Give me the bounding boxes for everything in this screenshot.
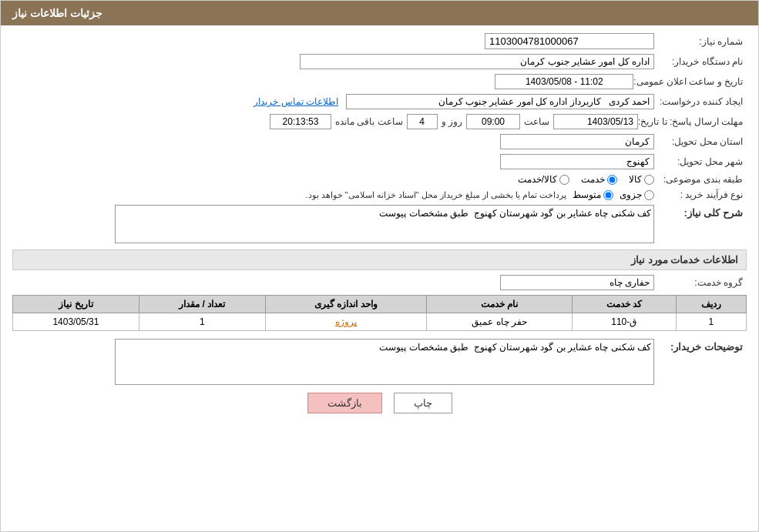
category-kala-item: کالا [629, 174, 654, 185]
service-group-input[interactable] [500, 275, 654, 290]
print-button[interactable]: چاپ [394, 393, 452, 413]
cell-row-num: 1 [676, 313, 746, 331]
back-button[interactable]: بازگشت [307, 393, 382, 413]
cell-unit: پروژه [265, 313, 427, 331]
cell-quantity: 1 [139, 313, 265, 331]
table-row: 1 ق-110 حفر چاه عمیق پروژه 1 1403/05/31 [13, 313, 747, 331]
col-quantity: تعداد / مقدار [139, 296, 265, 313]
need-desc-textarea[interactable] [115, 205, 654, 243]
creator-label: ایجاد کننده درخواست: [654, 96, 747, 107]
deadline-days-label: روز و [442, 116, 462, 127]
creator-row: ایجاد کننده درخواست: اطلاعات تماس خریدار [12, 94, 747, 109]
category-kala-khedmat-radio[interactable] [559, 175, 569, 185]
category-kala-label: کالا [629, 174, 642, 185]
deadline-date-input[interactable] [553, 114, 638, 129]
category-row: طبقه بندی موضوعی: کالا خدمت کالا/خدمت [12, 174, 747, 185]
deadline-remaining-label: ساعت باقی مانده [335, 116, 403, 127]
deadline-time-label: ساعت [524, 116, 549, 127]
process-radio-group: جزوی متوسط پرداخت تمام یا بخشی از مبلغ خ… [305, 189, 654, 200]
need-number-row: شماره نیاز: [12, 33, 747, 49]
cell-date: 1403/05/31 [13, 313, 139, 331]
contact-link[interactable]: اطلاعات تماس خریدار [254, 96, 338, 107]
main-content: شماره نیاز: نام دستگاه خریدار: تاریخ و س… [1, 25, 758, 429]
province-input[interactable] [500, 134, 654, 149]
deadline-days-input[interactable] [407, 114, 438, 129]
need-desc-label: شرح کلی نیاز: [654, 205, 747, 219]
unit-link[interactable]: پروژه [335, 316, 357, 327]
cell-service-code: ق-110 [572, 313, 676, 331]
category-kala-khedmat-item: کالا/خدمت [518, 174, 569, 185]
need-number-input[interactable] [485, 33, 654, 49]
announce-date-input[interactable] [495, 74, 633, 89]
category-label: طبقه بندی موضوعی: [654, 174, 747, 185]
category-khedmat-item: خدمت [581, 174, 617, 185]
buyer-org-input[interactable] [300, 54, 654, 69]
button-row: چاپ بازگشت [12, 393, 747, 413]
process-row: نوع فرآیند خرید : جزوی متوسط پرداخت تمام… [12, 189, 747, 200]
province-row: استان محل تحویل: [12, 134, 747, 149]
category-khedmat-label: خدمت [581, 174, 605, 185]
page-header: جزئیات اطلاعات نیاز [1, 1, 758, 25]
process-motevaset-item: متوسط [573, 189, 613, 200]
col-service-code: کد خدمت [572, 296, 676, 313]
process-motevaset-radio[interactable] [603, 190, 613, 200]
page-container: جزئیات اطلاعات نیاز شماره نیاز: نام دستگ… [0, 0, 759, 532]
buyer-desc-textarea[interactable] [115, 339, 654, 385]
service-group-row: گروه خدمت: [12, 275, 747, 290]
deadline-time-input[interactable] [466, 114, 520, 129]
process-jozvi-label: جزوی [620, 189, 642, 200]
announce-date-label: تاریخ و ساعت اعلان عمومی: [633, 76, 747, 87]
category-khedmat-radio[interactable] [607, 175, 617, 185]
col-date: تاریخ نیاز [13, 296, 139, 313]
services-table-section: ردیف کد خدمت نام خدمت واحد اندازه گیری ت… [12, 295, 747, 331]
category-kala-radio[interactable] [644, 175, 654, 185]
cell-service-name: حفر چاه عمیق [427, 313, 573, 331]
buyer-desc-box: توضیحات خریدار: [12, 339, 747, 385]
announce-date-row: تاریخ و ساعت اعلان عمومی: [12, 74, 747, 89]
deadline-remaining-input[interactable] [270, 114, 331, 129]
services-info-title: اطلاعات خدمات مورد نیاز [12, 249, 747, 270]
category-kala-khedmat-label: کالا/خدمت [518, 174, 557, 185]
city-row: شهر محل تحویل: [12, 154, 747, 169]
deadline-row: مهلت ارسال پاسخ: تا تاریخ: ساعت روز و سا… [12, 114, 747, 129]
col-unit: واحد اندازه گیری [265, 296, 427, 313]
col-row-num: ردیف [676, 296, 746, 313]
process-jozvi-item: جزوی [620, 189, 654, 200]
buyer-org-label: نام دستگاه خریدار: [654, 56, 747, 67]
city-label: شهر محل تحویل: [654, 156, 747, 167]
deadline-label: مهلت ارسال پاسخ: تا تاریخ: [638, 116, 747, 127]
buyer-desc-label: توضیحات خریدار: [654, 339, 747, 353]
table-header-row: ردیف کد خدمت نام خدمت واحد اندازه گیری ت… [13, 296, 747, 313]
need-number-label: شماره نیاز: [654, 36, 747, 47]
service-group-label: گروه خدمت: [654, 277, 747, 288]
province-label: استان محل تحویل: [654, 136, 747, 147]
services-table: ردیف کد خدمت نام خدمت واحد اندازه گیری ت… [12, 295, 747, 331]
process-motevaset-label: متوسط [573, 189, 601, 200]
process-description: پرداخت تمام یا بخشی از مبلغ خریداز محل "… [305, 190, 566, 200]
creator-input[interactable] [346, 94, 654, 109]
category-radio-group: کالا خدمت کالا/خدمت [518, 174, 654, 185]
city-input[interactable] [500, 154, 654, 169]
process-jozvi-radio[interactable] [644, 190, 654, 200]
buyer-org-row: نام دستگاه خریدار: [12, 54, 747, 69]
process-label: نوع فرآیند خرید : [654, 189, 747, 200]
page-title: جزئیات اطلاعات نیاز [12, 7, 102, 19]
col-service-name: نام خدمت [427, 296, 573, 313]
need-desc-box: شرح کلی نیاز: [12, 205, 747, 243]
